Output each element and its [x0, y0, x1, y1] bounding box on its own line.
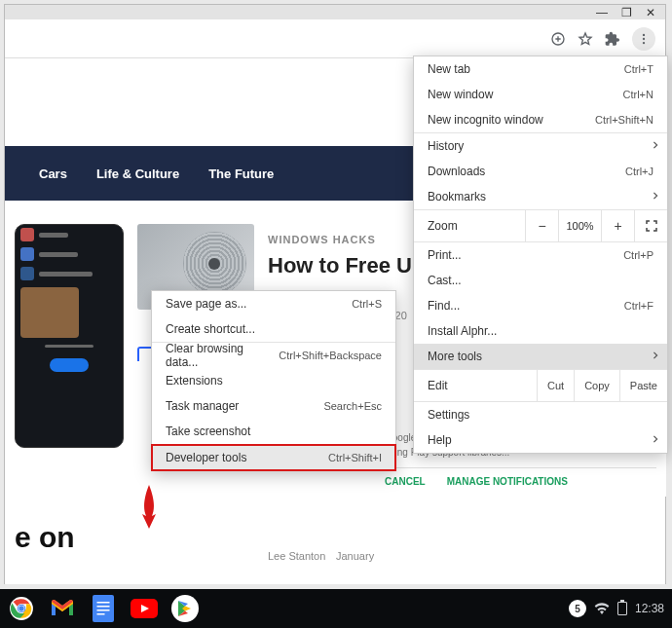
phone-mockup-image [15, 224, 124, 448]
more-menu-button[interactable] [632, 27, 655, 51]
submenu-developer-tools[interactable]: Developer toolsCtrl+Shift+I [152, 445, 395, 470]
app-play-store[interactable] [171, 595, 199, 622]
add-tab-icon[interactable] [550, 31, 566, 47]
taskbar: 5 12:38 [0, 589, 672, 628]
menu-new-incognito[interactable]: New incognito windowCtrl+Shift+N [414, 107, 667, 132]
app-youtube[interactable] [131, 595, 158, 622]
nav-link-cars[interactable]: Cars [39, 166, 67, 181]
titlebar: — ❐ ✕ [5, 5, 665, 19]
submenu-create-shortcut[interactable]: Create shortcut... [152, 316, 395, 342]
submenu-take-screenshot[interactable]: Take screenshot [152, 419, 395, 444]
menu-zoom: Zoom − 100% + [414, 210, 667, 241]
svg-point-7 [19, 606, 23, 610]
menu-new-window[interactable]: New windowCtrl+N [414, 82, 667, 107]
nav-link-life[interactable]: Life & Culture [96, 166, 179, 181]
notification-cancel[interactable]: CANCEL [385, 476, 426, 487]
svg-rect-10 [97, 606, 110, 608]
taskbar-status[interactable]: 5 12:38 [569, 600, 664, 617]
edit-paste-button[interactable]: Paste [619, 370, 667, 401]
maximize-button[interactable]: ❐ [621, 7, 632, 18]
menu-help[interactable]: Help [414, 427, 667, 453]
svg-point-3 [643, 41, 645, 43]
fullscreen-button[interactable] [634, 210, 667, 241]
menu-edit: Edit Cut Copy Paste [414, 370, 667, 401]
menu-bookmarks[interactable]: Bookmarks [414, 184, 667, 209]
svg-point-2 [643, 37, 645, 39]
svg-point-1 [643, 33, 645, 35]
notification-count-badge[interactable]: 5 [569, 600, 586, 617]
submenu-extensions[interactable]: Extensions [152, 368, 395, 393]
zoom-in-button[interactable]: + [601, 210, 634, 241]
chrome-main-menu: New tabCtrl+T New windowCtrl+N New incog… [413, 55, 668, 454]
article-category: WINDOWS HACKS [268, 234, 376, 245]
svg-rect-11 [97, 610, 110, 611]
extensions-icon[interactable] [605, 31, 620, 47]
submenu-task-manager[interactable]: Task managerSearch+Esc [152, 393, 395, 419]
menu-find[interactable]: Find...Ctrl+F [414, 293, 667, 318]
app-chrome[interactable] [8, 595, 35, 622]
star-icon[interactable] [578, 31, 593, 47]
article2-date: January [336, 550, 374, 562]
submenu-clear-browsing-data[interactable]: Clear browsing data...Ctrl+Shift+Backspa… [152, 343, 395, 368]
edit-copy-button[interactable]: Copy [574, 370, 619, 401]
app-gmail[interactable] [49, 595, 76, 622]
menu-history[interactable]: History [414, 133, 667, 159]
clock: 12:38 [635, 602, 664, 615]
submenu-save-page[interactable]: Save page as...Ctrl+S [152, 291, 395, 316]
headline-fragment: e on [15, 521, 75, 554]
menu-settings[interactable]: Settings [414, 402, 667, 427]
menu-new-tab[interactable]: New tabCtrl+T [414, 56, 667, 82]
more-tools-submenu: Save page as...Ctrl+S Create shortcut...… [151, 290, 396, 471]
browser-toolbar [5, 19, 665, 58]
menu-more-tools[interactable]: More tools [414, 344, 667, 369]
article2-author: Lee Stanton [268, 550, 325, 562]
svg-rect-8 [93, 595, 114, 622]
edit-cut-button[interactable]: Cut [537, 370, 574, 401]
notification-manage[interactable]: MANAGE NOTIFICATIONS [447, 476, 568, 487]
app-docs[interactable] [90, 595, 117, 622]
nav-link-future[interactable]: The Future [208, 166, 274, 181]
svg-rect-12 [97, 613, 105, 615]
zoom-out-button[interactable]: − [525, 210, 558, 241]
battery-icon [617, 602, 627, 615]
menu-cast[interactable]: Cast... [414, 268, 667, 293]
minimize-button[interactable]: — [596, 7, 608, 18]
menu-print[interactable]: Print...Ctrl+P [414, 242, 667, 268]
zoom-percentage: 100% [558, 210, 601, 241]
menu-install-app[interactable]: Install Alphr... [414, 318, 667, 344]
wifi-icon [594, 603, 610, 614]
svg-rect-9 [97, 602, 110, 604]
red-arrow-icon [139, 485, 159, 529]
menu-downloads[interactable]: DownloadsCtrl+J [414, 159, 667, 184]
close-button[interactable]: ✕ [646, 7, 655, 18]
